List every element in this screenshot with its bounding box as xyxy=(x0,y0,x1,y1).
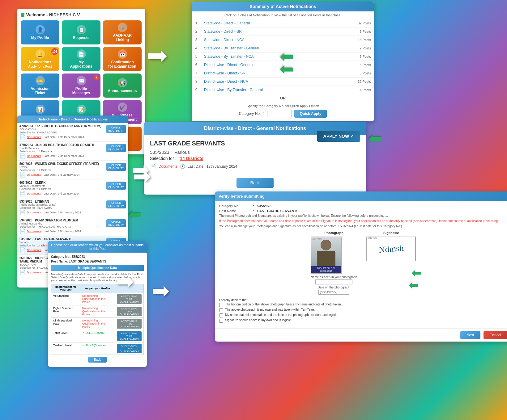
apply-now-button[interactable]: APPLY NOW ✓ xyxy=(317,131,360,142)
category-no-label: Category No. xyxy=(219,204,250,208)
declare-checkbox-1[interactable] xyxy=(219,303,223,307)
category-label: Category No. xyxy=(239,111,261,116)
table-row[interactable]: 1 Statewide - Direct - General 32 Posts xyxy=(192,19,374,27)
category-meta: Category No.: 535/2023 xyxy=(51,255,144,258)
declare-item-3: My name, date of photo taken and the fac… xyxy=(219,313,507,317)
row-num: 2 xyxy=(192,27,201,36)
row-num: 5 xyxy=(192,52,201,61)
back-button-large[interactable]: Back xyxy=(236,178,274,188)
row-link[interactable]: Statewide - Direct - SR xyxy=(201,27,334,36)
check-eligibility-button[interactable]: CHECKELIGIBILITY xyxy=(106,200,126,208)
row-link[interactable]: District-wise - Direct - General xyxy=(201,61,334,69)
row-posts: 13 Posts xyxy=(334,36,374,44)
post-meta: Post Name: LAST GRADE SERVANTS xyxy=(51,260,144,263)
declare-item-2: The above photograph is my own and was t… xyxy=(219,308,507,312)
verify-footer: Next Cancel xyxy=(215,328,507,342)
qualification-panel: Choose one qualification which you consi… xyxy=(48,241,147,367)
apply-qual-button[interactable]: APPLY USINGTHIS QUALIFICATION xyxy=(117,319,142,329)
welcome-title-bar: Welcome - NIDHEESH C V xyxy=(21,12,142,17)
row-link[interactable]: Statewide - By Transfer - NCA xyxy=(201,52,334,61)
admission-ticket-button[interactable]: 🎫 AdmissionTicket xyxy=(21,74,59,98)
check-eligibility-button[interactable]: CHECKELIGIBILITY xyxy=(106,163,126,171)
declare-text-4: Signature shown above is my own and is l… xyxy=(225,318,292,322)
willingness-icon: ✔️ xyxy=(118,103,127,112)
table-row: VII Standard No matching Qualification i… xyxy=(51,293,144,305)
requests-button[interactable]: 📋 Requests xyxy=(62,20,100,44)
req-cell: Tenth Level xyxy=(51,330,80,342)
row-link[interactable]: Statewide - Direct - NCA xyxy=(201,36,334,44)
row-link[interactable]: Statewide - Direct - General xyxy=(201,19,334,27)
quick-apply-section: Specify the Category No. for Quick Apply… xyxy=(192,102,374,121)
apply-qual-button[interactable]: APPLY USINGTHIS QUALIFICATION xyxy=(117,307,142,316)
table-row[interactable]: 2 Statewide - Direct - SR 6 Posts xyxy=(192,27,374,36)
arrow-small-to-large: ➡ xyxy=(133,164,151,189)
apply-qual-button[interactable]: APPLY USINGTHIS QUALIFICATION xyxy=(117,294,142,304)
profile-messages-button[interactable]: ✉️ ProfileMessages 3 xyxy=(62,74,100,98)
photo-date-input[interactable] xyxy=(318,290,349,295)
colon: : xyxy=(263,111,264,116)
sig-wrapper: @KPSC Ndmsh xyxy=(366,237,416,261)
post-number: 535/2023 Various xyxy=(150,149,360,155)
admission-icon: 🎫 xyxy=(36,76,45,85)
admission-label: AdmissionTicket xyxy=(31,86,49,95)
my-profile-button[interactable]: 👤 My Profile xyxy=(21,20,59,44)
arrow-welcome-to-notifications: ➡ xyxy=(147,43,168,68)
table-row[interactable]: 9 District-wise - By Transfer - General … xyxy=(192,86,374,94)
row-link[interactable]: District-wise - By Transfer - General xyxy=(201,86,334,94)
applications-icon: 📄 xyxy=(77,49,86,59)
declare-item-1: The bottom portion of the above photogra… xyxy=(219,303,507,307)
row-num: 4 xyxy=(192,44,201,52)
quick-apply-button[interactable]: Quick Apply xyxy=(294,110,327,118)
profile-messages-label: ProfileMessages xyxy=(72,86,90,95)
declare-text-3: My name, date of photo taken and the fac… xyxy=(225,313,338,317)
notifications-button[interactable]: 🔔 NotificationsApply for a Post 108 xyxy=(21,47,59,71)
table-row: Eighth Standard Pass No matching Qualifi… xyxy=(51,305,144,318)
category-row: Category No. : 535/2023 xyxy=(219,204,507,208)
apply-qual-button[interactable]: APPLY USINGTHIS QUALIFICATION xyxy=(117,344,142,353)
table-row: Tenth Level ✓ SSLC (General) APPLY USING… xyxy=(51,330,144,342)
doc-row: 📄 Documents 🕐 Last Date : 17th January 2… xyxy=(150,163,360,169)
declare-intro: I hereby declare that ... xyxy=(219,298,507,302)
confirmation-exam-button[interactable]: 📅 Confirmationfor Examination xyxy=(103,47,142,71)
declare-checkbox-4[interactable] xyxy=(219,319,223,323)
row-posts: 32 Posts xyxy=(334,78,374,86)
check-eligibility-button[interactable]: CHECKELIGIBILITY xyxy=(106,125,126,133)
qual-header: Choose one qualification which you consi… xyxy=(48,241,147,253)
my-applications-button[interactable]: 📄 MyApplications xyxy=(62,47,100,71)
documents-link[interactable]: Documents xyxy=(159,164,177,169)
category-num: 535/2023 xyxy=(150,149,169,155)
announcements-button[interactable]: 📢 Announcements xyxy=(103,74,142,98)
cancel-button[interactable]: Cancel xyxy=(484,331,507,339)
profile-cell: ✓ SSLC (General) xyxy=(80,330,115,342)
name-label: Name as seen in your photograph xyxy=(311,275,357,279)
check-eligibility-button[interactable]: CHECKELIGIBILITY xyxy=(106,219,126,227)
selection-for: Selection for : 14 Districts xyxy=(150,156,360,161)
row-num: 6 xyxy=(192,61,201,69)
next-button[interactable]: Next xyxy=(460,331,480,339)
table-row[interactable]: 3 Statewide - Direct - NCA 13 Posts xyxy=(192,36,374,44)
apply-qual-button[interactable]: APPLY USINGTHIS QUALIFICATION xyxy=(117,331,142,341)
back-button-qual[interactable]: Back xyxy=(88,357,107,363)
check-eligibility-button[interactable]: CHECKELIGIBILITY xyxy=(106,182,126,190)
profile-cell: No matching Qualification in the Profile xyxy=(80,293,115,305)
verify-panel: Verify before submitting Category No. : … xyxy=(215,191,507,342)
kpsc-watermark: @KPSC xyxy=(313,238,322,241)
category-input[interactable] xyxy=(267,110,292,117)
check-eligibility-button[interactable]: CHECKELIGIBILITY xyxy=(106,144,126,152)
row-link[interactable]: District-wise - Direct - NCA xyxy=(201,78,334,86)
req-cell: Twelveth Level xyxy=(51,342,80,355)
declare-checkbox-2[interactable] xyxy=(219,308,223,312)
verify-error: If the Photograph does not bear your nam… xyxy=(219,219,507,223)
green-square-icon xyxy=(21,13,24,17)
list-item: CHECKELIGIBILITY 47B/2023 JUNIOR HEALTH … xyxy=(17,142,128,161)
req-cell: VII Standard xyxy=(51,293,80,305)
row-link[interactable]: Statewide - By Transfer - General xyxy=(201,44,334,52)
row-link[interactable]: District-wise - Direct - SR xyxy=(201,69,334,78)
kpsc-sig-watermark: @KPSC xyxy=(368,237,377,239)
photo-label: Photograph xyxy=(311,231,357,235)
row-posts: 6 Posts xyxy=(334,52,374,61)
aadhaar-button[interactable]: 🔗 AADHAARLinking xyxy=(103,20,142,44)
declare-checkbox-3[interactable] xyxy=(219,313,223,317)
districts-text: 14 Districts xyxy=(180,156,203,161)
photo-name-input[interactable] xyxy=(315,279,352,284)
